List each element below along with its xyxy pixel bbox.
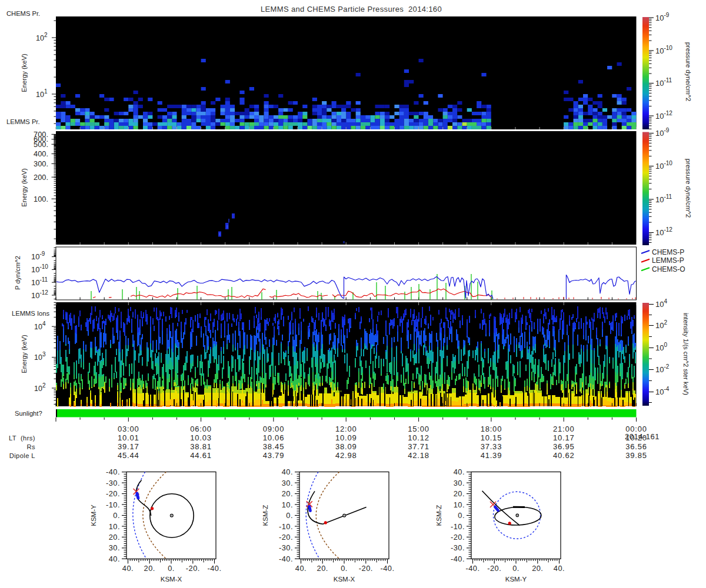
svg-text:10-10: 10-10 [655,160,672,171]
svg-text:Energy (keV): Energy (keV) [21,168,28,207]
svg-text:103: 103 [34,351,46,362]
svg-text:-30.: -30. [451,543,465,552]
svg-text:CHEMS-O: CHEMS-O [652,265,685,273]
svg-text:40.: 40. [282,467,293,476]
svg-text:104: 104 [655,298,667,309]
svg-text:pressure dyne/cm^2: pressure dyne/cm^2 [685,42,692,101]
svg-text:-40.: -40. [207,564,221,573]
svg-text:102: 102 [655,319,667,330]
svg-text:0.: 0. [168,564,175,573]
svg-text:CHEMS Pr.: CHEMS Pr. [6,10,40,17]
svg-text:36.56: 36.56 [625,442,647,451]
svg-text:10.: 10. [282,500,293,509]
svg-text:38.09: 38.09 [335,442,357,451]
svg-text:42.18: 42.18 [408,451,429,460]
svg-text:30.: 30. [282,479,293,487]
svg-text:0.: 0. [341,564,348,573]
svg-text:-30.: -30. [279,543,293,552]
svg-text:2014-161: 2014-161 [625,432,660,441]
svg-text:40.: 40. [109,554,120,563]
svg-text:44.61: 44.61 [190,451,212,460]
svg-text:10-11: 10-11 [31,276,48,287]
svg-text:10.09: 10.09 [335,433,357,442]
svg-text:39.85: 39.85 [625,451,647,460]
svg-text:10-9: 10-9 [655,12,670,22]
svg-text:12:00: 12:00 [335,425,357,433]
svg-text:37.33: 37.33 [481,442,502,451]
svg-text:10-9: 10-9 [655,127,670,138]
svg-text:300.: 300. [34,159,48,168]
svg-text:-30.: -30. [106,479,120,487]
svg-text:10.: 10. [109,522,120,531]
svg-text:102: 102 [36,32,48,42]
svg-text:03:00: 03:00 [118,425,139,433]
svg-text:KSM-Z: KSM-Z [262,505,269,526]
svg-text:10-4: 10-4 [655,386,670,396]
svg-text:-20.: -20. [106,489,120,498]
svg-text:-10.: -10. [106,500,120,509]
svg-text:10-10: 10-10 [31,263,48,274]
svg-text:102: 102 [34,382,46,393]
svg-text:0.: 0. [458,511,465,520]
svg-text:-10.: -10. [279,522,293,531]
svg-text:41.39: 41.39 [481,451,502,460]
svg-text:-20.: -20. [487,564,501,573]
svg-text:30.: 30. [454,479,465,487]
svg-text:20.: 20. [532,564,543,573]
svg-text:LEMMS Ions: LEMMS Ions [12,310,49,317]
svg-text:10-2: 10-2 [655,363,670,374]
svg-text:10-10: 10-10 [655,45,672,55]
svg-text:700.: 700. [34,130,48,139]
svg-text:-20.: -20. [451,533,465,542]
svg-text:100.: 100. [34,195,48,203]
svg-text:Rs: Rs [27,443,35,450]
svg-text:10.03: 10.03 [190,433,212,442]
svg-text:400.: 400. [34,149,48,158]
svg-text:-20.: -20. [186,564,200,573]
svg-text:10-12: 10-12 [655,226,672,237]
svg-text:LEMMS and CHEMS Particle Press: LEMMS and CHEMS Particle Pressures 2014:… [261,5,442,14]
svg-text:Energy (keV): Energy (keV) [21,335,28,373]
svg-text:P dyn/cm^2: P dyn/cm^2 [14,256,21,290]
svg-text:101: 101 [36,88,48,99]
svg-text:0.: 0. [286,511,293,520]
svg-text:200.: 200. [34,173,48,182]
svg-text:20.: 20. [144,564,155,573]
svg-text:18:00: 18:00 [481,425,502,433]
svg-text:CHEMS-P: CHEMS-P [652,248,684,256]
svg-text:-20.: -20. [279,533,293,542]
svg-text:KSM-X: KSM-X [161,576,182,583]
svg-text:LEMMS Pr.: LEMMS Pr. [6,118,40,125]
svg-text:Energy (keV): Energy (keV) [21,54,28,92]
svg-text:37.71: 37.71 [408,442,429,451]
svg-text:Sunlight?: Sunlight? [15,410,42,417]
svg-text:20.: 20. [454,489,465,498]
svg-text:36.95: 36.95 [553,442,575,451]
svg-text:10.06: 10.06 [263,433,285,442]
svg-text:42.98: 42.98 [335,451,357,460]
svg-text:10-11: 10-11 [655,193,672,204]
svg-text:KSM-Y: KSM-Y [90,505,97,526]
svg-text:40.: 40. [295,564,307,573]
svg-text:10-12: 10-12 [655,110,672,121]
svg-text:0.: 0. [512,564,519,573]
svg-text:21:00: 21:00 [553,425,575,433]
svg-text:10.: 10. [454,500,465,509]
svg-text:43.79: 43.79 [263,451,285,460]
svg-text:20.: 20. [282,489,293,498]
svg-text:LT (hrs): LT (hrs) [9,435,35,442]
svg-text:-40.: -40. [465,564,479,573]
svg-text:-40.: -40. [451,554,465,563]
svg-text:KSM-Y: KSM-Y [505,576,527,583]
svg-text:Dipole L: Dipole L [9,452,35,459]
svg-text:06:00: 06:00 [190,425,212,433]
svg-text:LEMMS-P: LEMMS-P [652,256,684,265]
svg-text:100: 100 [655,342,667,352]
svg-text:30.: 30. [109,543,120,552]
svg-text:10-9: 10-9 [31,250,45,261]
svg-text:pressure dyne/cm^2: pressure dyne/cm^2 [685,159,692,218]
svg-text:104: 104 [34,320,46,331]
svg-text:38.81: 38.81 [190,442,212,451]
svg-text:KSM-Z: KSM-Z [435,505,442,526]
svg-text:10.01: 10.01 [118,433,139,442]
